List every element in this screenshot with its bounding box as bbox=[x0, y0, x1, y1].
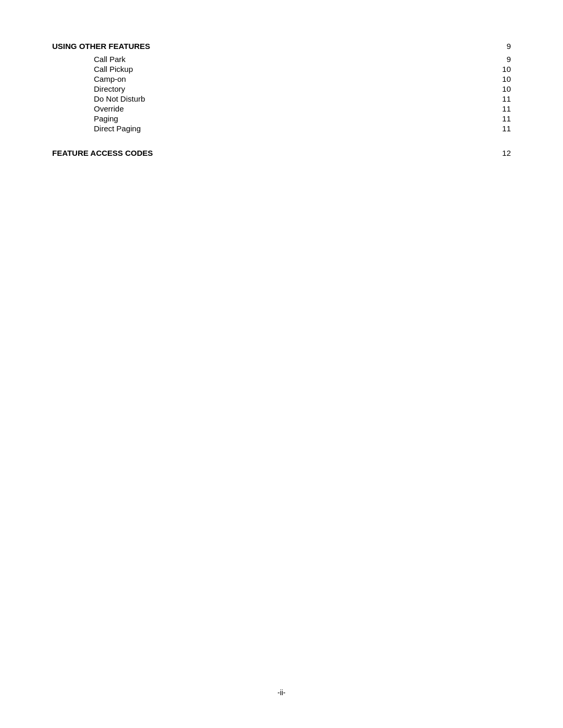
toc-item: Call Pickup10 bbox=[94, 65, 511, 73]
toc-heading-using-other-features: USING OTHER FEATURES9 bbox=[52, 42, 511, 51]
toc-heading-label-feature-access-codes: FEATURE ACCESS CODES bbox=[52, 149, 153, 157]
toc-item-page: 11 bbox=[495, 94, 511, 103]
toc-section-feature-access-codes: FEATURE ACCESS CODES12 bbox=[52, 149, 511, 157]
toc-container: USING OTHER FEATURES9Call Park9Call Pick… bbox=[52, 42, 511, 157]
toc-item-label: Paging bbox=[94, 114, 495, 123]
toc-item-label: Directory bbox=[94, 84, 495, 93]
toc-section-using-other-features: USING OTHER FEATURES9Call Park9Call Pick… bbox=[52, 42, 511, 133]
toc-item-page: 11 bbox=[495, 114, 511, 123]
toc-item-label: Camp-on bbox=[94, 75, 495, 83]
toc-item: Camp-on10 bbox=[94, 75, 511, 83]
toc-item: Do Not Disturb11 bbox=[94, 94, 511, 103]
toc-heading-page-feature-access-codes: 12 bbox=[495, 149, 511, 157]
toc-item: Paging11 bbox=[94, 114, 511, 123]
toc-heading-page-using-other-features: 9 bbox=[495, 42, 511, 51]
toc-item-page: 11 bbox=[495, 104, 511, 113]
toc-item-label: Direct Paging bbox=[94, 124, 495, 133]
toc-heading-label-using-other-features: USING OTHER FEATURES bbox=[52, 42, 150, 51]
toc-item-page: 10 bbox=[495, 65, 511, 73]
toc-item-label: Call Pickup bbox=[94, 65, 495, 73]
toc-item-label: Override bbox=[94, 104, 495, 113]
toc-item-page: 10 bbox=[495, 84, 511, 93]
page: USING OTHER FEATURES9Call Park9Call Pick… bbox=[0, 0, 563, 728]
page-footer: -ii- bbox=[0, 688, 563, 697]
toc-item: Call Park9 bbox=[94, 55, 511, 64]
toc-items-using-other-features: Call Park9Call Pickup10Camp-on10Director… bbox=[52, 55, 511, 133]
toc-item-page: 10 bbox=[495, 75, 511, 83]
toc-item: Directory10 bbox=[94, 84, 511, 93]
toc-item-label: Do Not Disturb bbox=[94, 94, 495, 103]
toc-item: Override11 bbox=[94, 104, 511, 113]
footer-text: -ii- bbox=[277, 688, 286, 697]
toc-item-label: Call Park bbox=[94, 55, 495, 64]
toc-item-page: 11 bbox=[495, 124, 511, 133]
toc-item: Direct Paging11 bbox=[94, 124, 511, 133]
toc-heading-feature-access-codes: FEATURE ACCESS CODES12 bbox=[52, 149, 511, 157]
toc-item-page: 9 bbox=[495, 55, 511, 64]
